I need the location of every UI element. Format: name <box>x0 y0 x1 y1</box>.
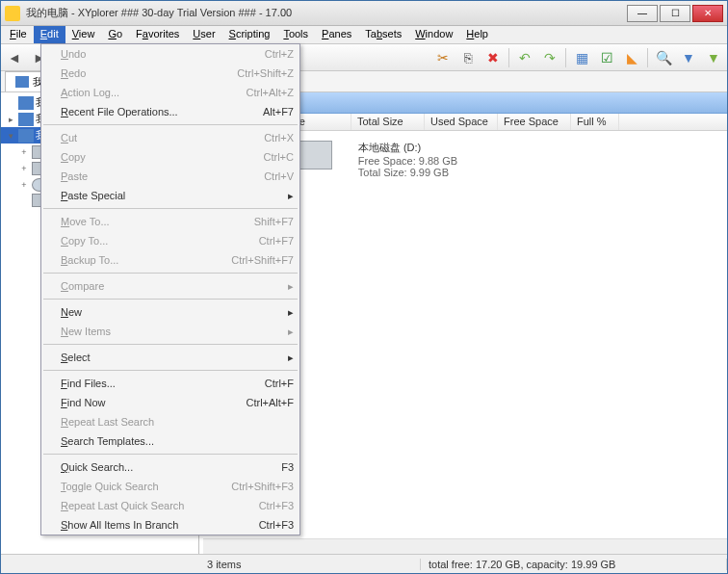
app-icon <box>5 6 20 21</box>
filter-icon[interactable]: ▼ <box>679 48 698 67</box>
pizza-icon[interactable]: ◣ <box>622 48 641 67</box>
menu-item-move-to: Move To...Shift+F7 <box>41 212 299 231</box>
tree-twisty[interactable]: + <box>18 147 30 157</box>
view-icon[interactable]: ▦ <box>572 48 591 67</box>
edit-menu-dropdown: UndoCtrl+ZRedoCtrl+Shift+ZAction Log...C… <box>40 43 300 535</box>
computer-icon <box>15 76 29 88</box>
menu-item-action-log: Action Log...Ctrl+Alt+Z <box>41 83 299 102</box>
maximize-button[interactable]: ☐ <box>660 5 690 22</box>
toolbar-separator <box>565 48 566 67</box>
column-header[interactable]: Used Space <box>425 114 498 130</box>
menu-help[interactable]: Help <box>459 26 495 43</box>
menu-item-compare: Compare▸ <box>41 276 299 296</box>
menu-item-toggle-quick-search: Toggle Quick SearchCtrl+Shift+F3 <box>41 477 299 496</box>
menu-item-recent-file-operations[interactable]: Recent File Operations...Alt+F7 <box>41 102 299 121</box>
menu-item-paste: PasteCtrl+V <box>41 167 299 186</box>
menu-item-cut: CutCtrl+X <box>41 128 299 147</box>
menu-item-new-items: New Items▸ <box>41 322 299 341</box>
menu-go[interactable]: Go <box>101 26 129 43</box>
copy-icon[interactable]: ⎘ <box>458 48 478 67</box>
menu-scripting[interactable]: Scripting <box>222 26 277 43</box>
menu-separator <box>43 273 298 274</box>
h-scrollbar[interactable] <box>203 538 727 554</box>
menu-window[interactable]: Window <box>408 26 459 43</box>
menu-tabsets[interactable]: Tabsets <box>358 26 408 43</box>
window-title: 我的电脑 - XYplorer ### 30-day Trial Version… <box>26 6 627 20</box>
menu-item-new[interactable]: New▸ <box>41 302 299 322</box>
pc-icon <box>18 113 34 126</box>
statusbar: 3 items total free: 17.20 GB, capacity: … <box>1 554 727 573</box>
menu-item-backup-to: Backup To...Ctrl+Shift+F7 <box>41 250 299 270</box>
menu-separator <box>43 344 298 345</box>
menu-item-copy-to: Copy To...Ctrl+F7 <box>41 231 299 250</box>
menu-file[interactable]: File <box>3 26 34 43</box>
menu-separator <box>43 299 298 300</box>
menu-item-show-all-items-in-branch[interactable]: Show All Items In BranchCtrl+F3 <box>41 515 299 535</box>
menu-item-select[interactable]: Select▸ <box>41 348 299 367</box>
menu-item-find-now[interactable]: Find NowCtrl+Alt+F <box>41 393 299 412</box>
tree-twisty[interactable]: + <box>18 164 30 173</box>
menu-tools[interactable]: Tools <box>276 26 315 43</box>
pc-icon <box>18 129 34 143</box>
menu-view[interactable]: View <box>65 26 102 43</box>
menu-item-undo: UndoCtrl+Z <box>41 44 299 64</box>
toolbar-separator <box>647 48 648 67</box>
menu-panes[interactable]: Panes <box>315 26 358 43</box>
menu-item-find-files[interactable]: Find Files...Ctrl+F <box>41 374 299 393</box>
menu-separator <box>43 370 298 371</box>
menu-separator <box>43 454 298 455</box>
back-icon[interactable]: ◄ <box>5 48 24 67</box>
menu-item-copy: CopyCtrl+C <box>41 147 299 167</box>
status-totals: total free: 17.20 GB, capacity: 19.99 GB <box>421 559 727 570</box>
menu-separator <box>43 208 298 209</box>
close-button[interactable]: ✕ <box>692 5 723 22</box>
drive-free: Free Space: 9.88 GB <box>358 155 457 167</box>
cut-icon[interactable]: ✂ <box>433 48 453 67</box>
menu-item-paste-special[interactable]: Paste Special▸ <box>41 186 299 205</box>
minimize-button[interactable]: — <box>627 5 658 22</box>
tree-twisty[interactable]: ▾ <box>5 131 16 141</box>
menu-item-repeat-last-quick-search: Repeat Last Quick SearchCtrl+F3 <box>41 496 299 515</box>
tree-twisty[interactable]: + <box>18 180 30 190</box>
menu-edit[interactable]: Edit <box>34 26 65 43</box>
tree-twisty[interactable]: ▸ <box>5 115 16 124</box>
titlebar: 我的电脑 - XYplorer ### 30-day Trial Version… <box>1 1 727 26</box>
redo-icon[interactable]: ↷ <box>540 48 559 67</box>
undo-icon[interactable]: ↶ <box>515 48 534 67</box>
drive-name: 本地磁盘 (D:) <box>358 141 457 155</box>
menu-user[interactable]: User <box>186 26 221 43</box>
delete-icon[interactable]: ✖ <box>483 48 503 67</box>
app-window: 我的电脑 - XYplorer ### 30-day Trial Version… <box>0 0 728 574</box>
column-header[interactable]: Free Space <box>498 114 571 130</box>
menu-favorites[interactable]: Favorites <box>129 26 186 43</box>
menu-item-redo: RedoCtrl+Shift+Z <box>41 64 299 83</box>
drive-item[interactable]: 本地磁盘 (D:) Free Space: 9.88 GB Total Size… <box>358 141 457 178</box>
toolbar-separator <box>508 48 509 67</box>
drive-total: Total Size: 9.99 GB <box>358 167 457 178</box>
search-icon[interactable]: 🔍 <box>654 48 673 67</box>
pc-icon <box>18 96 34 110</box>
column-header[interactable]: Full % <box>571 114 619 130</box>
menubar: FileEditViewGoFavoritesUserScriptingTool… <box>1 26 727 44</box>
funnel-icon[interactable]: ▼ <box>704 48 723 67</box>
status-items: 3 items <box>199 559 421 570</box>
menu-item-search-templates[interactable]: Search Templates... <box>41 431 299 451</box>
menu-item-repeat-last-search: Repeat Last Search <box>41 412 299 431</box>
check-icon[interactable]: ☑ <box>597 48 616 67</box>
column-header[interactable]: Total Size <box>351 114 425 130</box>
menu-item-quick-search[interactable]: Quick Search...F3 <box>41 457 299 477</box>
menu-separator <box>43 124 298 125</box>
